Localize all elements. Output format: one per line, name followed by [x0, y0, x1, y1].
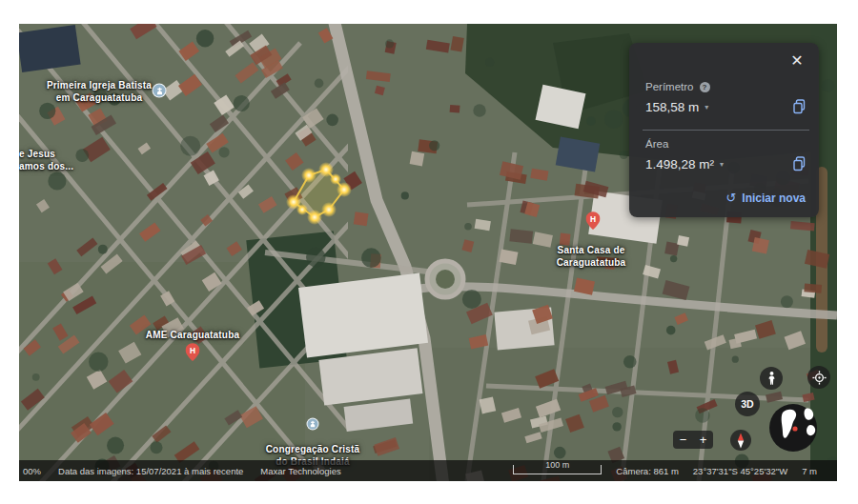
pegman-button[interactable] [760, 367, 783, 390]
cursor-coordinates: 23°37'31"S 45°25'32"W [693, 466, 787, 476]
camera-altitude: Câmera: 861 m [616, 466, 678, 476]
globe-overview-button[interactable] [769, 404, 817, 452]
poi-label-primeira-igreja[interactable]: Primeira Igreja Batista em Caraguatatuba [47, 80, 152, 104]
compass-button[interactable] [730, 430, 751, 451]
pegman-icon [766, 371, 778, 386]
map-scale-bar: 100 m [513, 465, 602, 474]
poi-label-santa-casa[interactable]: Santa Casa de Caraguatatuba [557, 245, 626, 269]
compass-needle-icon [735, 433, 746, 449]
measurement-polygon[interactable] [276, 157, 381, 243]
google-earth-window: Primeira Igreja Batista em Caraguatatuba… [0, 0, 858, 504]
perimeter-label: Perímetro [645, 81, 694, 92]
hospital-pin-glyph: H [586, 212, 601, 230]
undo-icon: ↺ [725, 191, 736, 205]
copy-icon [792, 156, 807, 171]
help-icon[interactable]: ? [700, 82, 710, 92]
hospital-pin-glyph: H [186, 343, 200, 361]
hospital-icon-ame[interactable]: H [186, 343, 200, 365]
measurement-panel: ✕ Perímetro ? 158,58 m ▾ Área [629, 43, 819, 217]
church-glyph [155, 87, 163, 94]
restart-measurement-button[interactable]: ↺ Iniciar nova [725, 191, 806, 205]
unit-dropdown-caret[interactable]: ▾ [705, 103, 708, 111]
area-section: Área 1.498,28 m² ▾ [645, 138, 807, 171]
unit-dropdown-caret[interactable]: ▾ [720, 160, 724, 169]
scale-label: 100 m [514, 460, 601, 470]
restart-label: Iniciar nova [742, 192, 806, 205]
3d-toggle-button[interactable]: 3D [735, 392, 760, 416]
church-icon-congregacao[interactable] [307, 418, 319, 431]
close-icon[interactable]: ✕ [787, 51, 807, 71]
area-value: 1.498,28 m² [645, 157, 714, 171]
poi-label-ame[interactable]: AME Caraguatatuba [146, 330, 239, 342]
area-label: Área [645, 138, 668, 150]
globe-icon [769, 404, 817, 452]
svg-text:H: H [590, 214, 596, 224]
poi-label-partial[interactable]: e Jesus amos dos... [19, 149, 73, 172]
zoom-control: − + [673, 431, 713, 449]
panel-divider [643, 130, 809, 131]
perimeter-section: Perímetro ? 158,58 m ▾ [645, 81, 807, 114]
3d-label: 3D [741, 398, 753, 410]
perimeter-value: 158,58 m [645, 100, 699, 114]
church-glyph [310, 421, 317, 428]
hospital-icon-santa-casa[interactable]: H [586, 212, 601, 233]
ground-elevation: 7 m [802, 466, 817, 476]
imagery-provider: Maxar Technologies [260, 466, 340, 476]
zoom-out-button[interactable]: − [673, 431, 693, 449]
svg-text:H: H [190, 346, 195, 355]
status-bar: 00% Data das imagens: 15/07/2021 à mais … [19, 460, 837, 481]
imagery-date: Data das imagens: 15/07/2021 à mais rece… [58, 466, 243, 476]
stream-percent: 00% [23, 466, 41, 476]
copy-perimeter-button[interactable] [792, 99, 807, 114]
copy-icon [792, 99, 807, 114]
copy-area-button[interactable] [792, 156, 807, 171]
my-location-icon [812, 371, 827, 385]
my-location-button[interactable] [807, 366, 830, 389]
church-icon[interactable] [153, 84, 167, 98]
zoom-in-button[interactable]: + [693, 431, 713, 449]
